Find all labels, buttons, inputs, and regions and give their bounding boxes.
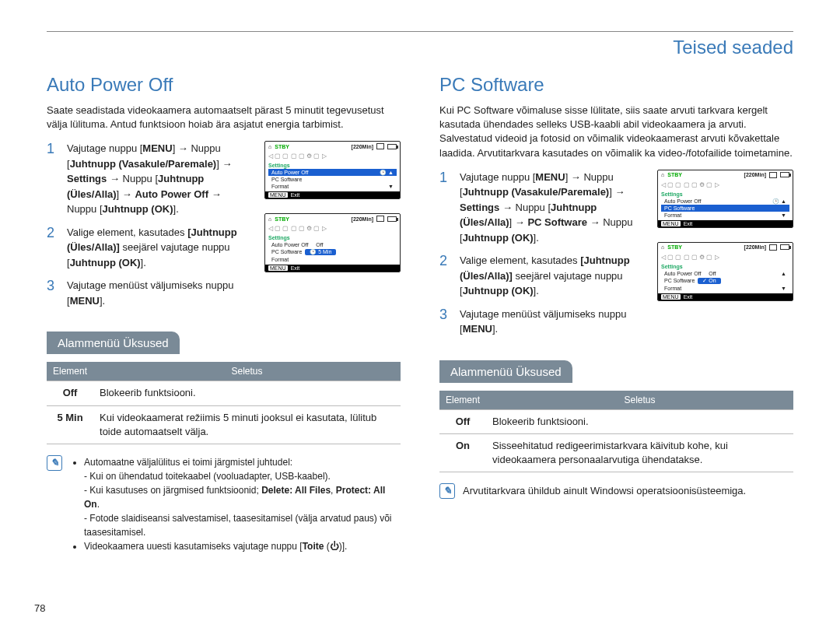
stby-label: STBY — [667, 244, 682, 250]
time-label: [220Min] — [744, 172, 766, 177]
step-body: Valige element, kasutades [Juhtnupp (Üle… — [67, 225, 254, 271]
camera-screenshot-2: ⌂STBY[220Min] ◁ ▢ ▢ ▢ ▢ ⚙ ▢ ▷ Settings A… — [264, 213, 401, 272]
t: ] → — [117, 188, 135, 200]
mode-icons: ◁ ▢ ▢ ▢ ▢ ⚙ ▢ ▷ — [658, 252, 793, 262]
ok-label: Juhtnupp (OK) — [463, 232, 534, 244]
steps-right-wrap: 1 Vajutage nuppu [MENU] → Nuppu [Juhtnup… — [439, 170, 793, 345]
header-rule — [47, 31, 793, 32]
camera-screenshot-3: ⌂STBY[220Min] ◁ ▢ ▢ ▢ ▢ ⚙ ▢ ▷ Settings A… — [657, 170, 793, 228]
rec-icon: ⌂ — [661, 172, 664, 177]
menu-item-apo: Auto Power Off Off▲ — [661, 270, 789, 277]
battery-icon — [387, 216, 397, 222]
t: ]. — [100, 295, 105, 307]
step-num: 1 — [439, 170, 452, 246]
menu-item-pcs: PC Software — [661, 205, 789, 212]
settings-heading: Settings — [661, 191, 789, 197]
exit-bar: MENUExit — [658, 220, 793, 227]
mode-icons: ◁ ▢ ▢ ▢ ▢ ⚙ ▢ ▷ — [658, 180, 793, 190]
note-item: Automaatne väljalülitus ei toimi järgmis… — [84, 455, 401, 539]
step-body: Vajutage nuppu [MENU] → Nuppu [Juhtnupp … — [460, 170, 646, 246]
t: Valige element, kasutades — [67, 226, 187, 238]
menu-item-apo: Auto Power Off🕒 ▲ — [268, 169, 397, 176]
note-icon: ✎ — [439, 483, 455, 499]
heading-auto-power-off: Auto Power Off — [47, 74, 401, 96]
step-body: Vajutage nuppu [MENU] → Nuppu [Juhtnupp … — [67, 141, 254, 217]
note-list: Automaatne väljalülitus ei toimi järgmis… — [70, 455, 401, 553]
table-row: 5 MinKui videokaamerat režiimis 5 minuti… — [47, 405, 401, 444]
battery-icon — [780, 244, 789, 250]
rec-icon: ⌂ — [268, 144, 271, 149]
note-block: ✎ Arvutitarkvara ühildub ainult Windowsi… — [439, 483, 793, 499]
time-label: [220Min] — [352, 144, 373, 149]
menu-label: MENU — [463, 323, 492, 335]
time-label: [220Min] — [744, 244, 766, 250]
step-num: 3 — [439, 307, 452, 337]
opt-off: Off — [311, 242, 327, 247]
intro-left: Saate seadistada videokaamera automaatse… — [47, 103, 401, 132]
th-desc: Seletus — [486, 391, 793, 410]
table-row: OffBlokeerib funktsiooni. — [47, 381, 401, 405]
settings-label: Settings — [460, 202, 499, 213]
settings-heading: Settings — [268, 163, 397, 168]
steps-left-wrap: 1 Vajutage nuppu [MENU] → Nuppu [Juhtnup… — [47, 141, 401, 316]
power-icon: ⏻ — [330, 541, 339, 552]
th-element: Element — [439, 391, 486, 410]
screenshots-right: ⌂STBY[220Min] ◁ ▢ ▢ ▢ ▢ ⚙ ▢ ▷ Settings A… — [657, 170, 793, 345]
menu-item-apo: Auto Power Off🕒 ▲ — [661, 198, 789, 205]
menu-label: MENU — [142, 142, 172, 154]
t: ]. — [141, 257, 146, 268]
mode-icons: ◁ ▢ ▢ ▢ ▢ ⚙ ▢ ▷ — [265, 151, 400, 161]
t: Vajutage nuppu [ — [67, 142, 142, 154]
settings-heading: Settings — [661, 264, 789, 269]
menu-label: MENU — [70, 295, 100, 307]
rec-icon: ⌂ — [268, 216, 271, 222]
intro-right: Kui PC Software võimaluse sisse lülitate… — [439, 103, 793, 160]
step-1: 1 Vajutage nuppu [MENU] → Nuppu [Juhtnup… — [439, 170, 646, 246]
table-row: OffBlokeerib funktsiooni. — [439, 409, 793, 433]
menu-item-format: Format▼ — [661, 212, 789, 219]
menu-badge: MENU — [661, 221, 681, 226]
camera-screenshot-4: ⌂STBY[220Min] ◁ ▢ ▢ ▢ ▢ ⚙ ▢ ▷ Settings A… — [657, 242, 793, 301]
step-body: Vajutage menüüst väljumiseks nuppu [MENU… — [67, 278, 254, 308]
menu-item-pcs: PC Software — [268, 176, 397, 183]
step-3: 3 Vajutage menüüst väljumiseks nuppu [ME… — [439, 307, 646, 337]
step-num: 3 — [47, 278, 59, 308]
menu-item-apo: Auto Power Off Off — [268, 241, 397, 248]
opt-on: ✓ On — [698, 278, 720, 284]
exit-bar: MENUExit — [658, 293, 793, 300]
heading-pc-software: PC Software — [439, 74, 793, 96]
ctrl-lr: Juhtnupp (Vasakule/Paremale) — [70, 158, 217, 170]
right-column: PC Software Kui PC Software võimaluse si… — [439, 74, 793, 553]
step-num: 2 — [47, 225, 59, 271]
time-label: [220Min] — [352, 216, 373, 222]
steps-right: 1 Vajutage nuppu [MENU] → Nuppu [Juhtnup… — [439, 170, 646, 345]
submenu-label: Alammenüü Üksused — [47, 332, 180, 354]
note-subitem: Kui kasutuses on järgmised funktsioonid;… — [84, 483, 401, 511]
ok-label: Juhtnupp (OK) — [103, 203, 173, 215]
t: ] → — [216, 158, 232, 170]
exit-bar: MENUExit — [265, 191, 400, 198]
page-title: Teised seaded — [47, 37, 793, 58]
table-row: OnSisseehitatud redigeerimistarkvara käi… — [439, 433, 793, 472]
submenu-table: ElementSeletus OffBlokeerib funktsiooni.… — [439, 391, 793, 473]
ok-label: Juhtnupp (OK) — [463, 285, 534, 296]
stby-label: STBY — [275, 216, 289, 222]
menu-item-format: Format — [268, 256, 397, 263]
card-icon — [376, 143, 384, 149]
camera-screenshot-1: ⌂STBY[220Min] ◁ ▢ ▢ ▢ ▢ ⚙ ▢ ▷ Settings A… — [264, 141, 401, 199]
left-column: Auto Power Off Saate seadistada videokaa… — [47, 74, 401, 553]
step-body: Vajutage menüüst väljumiseks nuppu [MENU… — [460, 307, 646, 337]
screenshots-left: ⌂STBY[220Min] ◁ ▢ ▢ ▢ ▢ ⚙ ▢ ▷ Settings A… — [264, 141, 401, 316]
menu-item-pcs: PC Software ✓ On — [661, 277, 789, 285]
t: ]. — [173, 203, 179, 215]
note-text: Arvutitarkvara ühildub ainult Windowsi o… — [463, 483, 746, 499]
battery-icon — [387, 144, 397, 149]
stby-label: STBY — [667, 172, 682, 177]
steps-left: 1 Vajutage nuppu [MENU] → Nuppu [Juhtnup… — [47, 141, 254, 316]
step-2: 2 Valige element, kasutades [Juhtnupp (Ü… — [439, 253, 646, 299]
menu-badge: MENU — [268, 265, 288, 271]
step-1: 1 Vajutage nuppu [MENU] → Nuppu [Juhtnup… — [47, 141, 254, 217]
note-subitem: Kui on ühendatud toitekaabel (vooluadapt… — [84, 469, 401, 483]
t: → Nuppu [ — [107, 173, 158, 184]
note-icon: ✎ — [47, 455, 62, 471]
